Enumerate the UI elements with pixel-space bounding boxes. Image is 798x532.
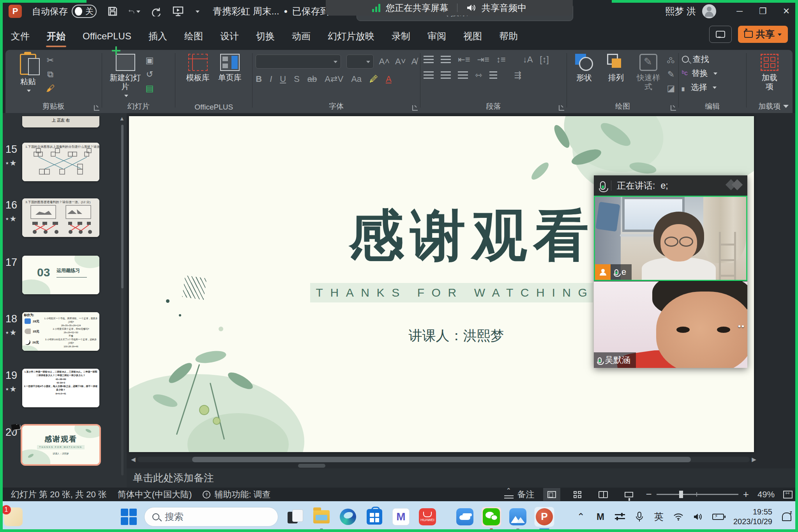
video-feed-2[interactable]: •• 吴默涵	[594, 281, 747, 368]
tab-design[interactable]: 设计	[214, 26, 245, 46]
thumbnail-slide-17[interactable]: 17 03 运用题练习 ─	[0, 256, 127, 294]
wechat-button[interactable]	[482, 507, 501, 527]
tab-slideshow[interactable]: 幻灯片放映	[321, 26, 381, 46]
start-button[interactable]	[121, 509, 137, 525]
video-call-overlay[interactable]: 正在讲话: e; e	[594, 175, 747, 368]
strikethrough-button[interactable]: ab	[307, 74, 317, 84]
slideshow-from-start-button[interactable]	[172, 5, 184, 17]
font-size-combobox[interactable]	[346, 55, 373, 69]
share-button[interactable]: 共享	[738, 26, 788, 43]
ime-indicator[interactable]: 英	[654, 511, 664, 523]
user-avatar[interactable]	[702, 4, 716, 18]
volume-icon[interactable]	[693, 513, 703, 521]
bold-button[interactable]: B	[256, 74, 262, 84]
change-case-button[interactable]: Aa	[351, 74, 362, 84]
task-view-button[interactable]	[285, 507, 305, 527]
tab-file[interactable]: 文件	[5, 26, 36, 46]
slideshow-view-button[interactable]	[620, 488, 637, 501]
tab-view[interactable]: 视图	[457, 26, 488, 46]
m-tray-icon[interactable]: M	[595, 511, 606, 522]
character-spacing-button[interactable]: A⇄V	[325, 74, 343, 84]
powerpoint-taskbar-button[interactable]: P	[535, 507, 554, 527]
thumbnail-slide-16[interactable]: 16 ⋆★ 3.下面的图形是谁看到的？请你连一连。(12 分)	[0, 198, 127, 237]
zoom-slider-handle[interactable]	[679, 491, 683, 498]
shadow-button[interactable]: S	[294, 74, 300, 84]
reading-view-button[interactable]	[595, 488, 612, 501]
select-dropdown-icon[interactable]	[713, 87, 717, 91]
highlight-color-button[interactable]: 🖉	[369, 74, 378, 84]
tab-draw[interactable]: 绘图	[178, 26, 209, 46]
section-button[interactable]: ▤	[146, 83, 154, 94]
notes-toggle-button[interactable]: 备注	[504, 489, 535, 500]
replace-button[interactable]: ᵇc 替换	[682, 68, 717, 79]
columns-button[interactable]	[489, 71, 497, 79]
arrange-button[interactable]: 排列	[602, 54, 630, 82]
justify-button[interactable]: ⇿	[475, 70, 482, 80]
quick-styles-button[interactable]: 快速样式	[634, 54, 663, 91]
clipboard-dialog-launcher[interactable]	[94, 105, 99, 111]
video-feed-1-active[interactable]: e	[594, 196, 747, 281]
m-app-button[interactable]: M	[391, 507, 411, 527]
fit-slide-to-window-button[interactable]	[783, 491, 793, 498]
align-right-button[interactable]	[458, 71, 468, 79]
edge-browser-button[interactable]	[338, 507, 358, 527]
clear-formatting-button[interactable]: A̸	[411, 57, 417, 67]
shrink-font-button[interactable]: A˅	[395, 57, 406, 67]
new-slide-dropdown-icon[interactable]	[124, 95, 128, 99]
select-button[interactable]: ▖ 选择	[682, 82, 717, 93]
numbering-button[interactable]	[441, 56, 451, 64]
single-page-library-button[interactable]: 单页库	[216, 54, 244, 82]
tab-help[interactable]: 帮助	[493, 26, 524, 46]
file-explorer-button[interactable]	[312, 507, 331, 527]
qat-customize-icon[interactable]	[196, 11, 200, 15]
replace-dropdown-icon[interactable]	[713, 72, 717, 77]
paragraph-dialog-launcher[interactable]	[559, 105, 564, 111]
accessibility-status[interactable]: ☥ 辅助功能: 调查	[203, 489, 270, 500]
font-name-combobox[interactable]	[256, 55, 341, 69]
shapes-button[interactable]: 形状	[570, 54, 598, 82]
line-spacing-button[interactable]: ↕≡	[496, 55, 506, 65]
microsoft-store-button[interactable]	[365, 507, 384, 527]
huawei-appgallery-button[interactable]: HUAWEI	[418, 507, 437, 527]
convert-smartart-button[interactable]: ⇶	[514, 70, 521, 80]
zoom-percentage[interactable]: 49%	[757, 490, 775, 500]
autosave-toggle[interactable]: 自动保存 关	[32, 5, 97, 18]
redo-button[interactable]	[150, 5, 162, 17]
notes-splitter-handle[interactable]	[298, 464, 325, 468]
shape-fill-button[interactable]: 🝆	[667, 55, 675, 65]
video2-more-button[interactable]: ••	[738, 322, 745, 331]
font-color-button[interactable]: A	[386, 74, 392, 84]
format-painter-button[interactable]: 🖌︎	[46, 83, 55, 94]
microphone-icon[interactable]	[634, 512, 644, 522]
bullets-button[interactable]	[424, 56, 434, 64]
thumbnail-slide-18[interactable]: 18 ⋆★ 标价为: 28元 35元	[0, 312, 127, 351]
zoom-in-button[interactable]: +	[743, 488, 749, 500]
horizontal-scrollbar[interactable]: ◀ ▶	[129, 455, 758, 464]
copy-button[interactable]: ⧉	[46, 69, 55, 80]
taskbar-clock[interactable]: 19:55 2023/10/29	[733, 507, 772, 527]
comments-button[interactable]	[709, 26, 732, 43]
normal-view-button[interactable]	[543, 488, 560, 501]
decrease-indent-button[interactable]: ⇤≡	[458, 55, 470, 65]
notification-bell-icon[interactable]	[782, 513, 792, 521]
paste-button[interactable]: 粘贴	[14, 54, 42, 93]
scroll-left-icon[interactable]: ◀	[129, 455, 138, 464]
addins-button[interactable]: 加载项	[756, 54, 784, 91]
mixer-icon[interactable]	[615, 513, 625, 521]
autosave-switch[interactable]: 关	[72, 5, 97, 18]
wifi-icon[interactable]	[673, 513, 683, 521]
find-button[interactable]: 查找	[682, 54, 717, 65]
thumbnail-slide-19[interactable]: 19 ⋆★ 1.某小学二年级一班有42人，二班有38人，三班有39人。二年级一班…	[0, 369, 127, 407]
tray-expand-icon[interactable]: ⌃	[576, 511, 586, 522]
text-direction-button[interactable]: ↓A	[523, 55, 533, 65]
paste-dropdown-icon[interactable]	[27, 90, 31, 94]
notes-pane[interactable]: 单击此处添加备注	[127, 468, 798, 488]
font-dialog-launcher[interactable]	[412, 105, 418, 111]
layout-button[interactable]: ▣	[146, 55, 154, 65]
thumbnail-slide-14-partial[interactable]: 上 正左 右	[0, 116, 127, 128]
cloud-app-button[interactable]	[455, 507, 475, 527]
shape-outline-button[interactable]: ✎	[667, 69, 675, 80]
increase-indent-button[interactable]: ⇥≡	[477, 55, 489, 65]
align-text-button[interactable]: [↕]	[540, 55, 549, 65]
template-library-button[interactable]: 模板库	[184, 54, 212, 82]
